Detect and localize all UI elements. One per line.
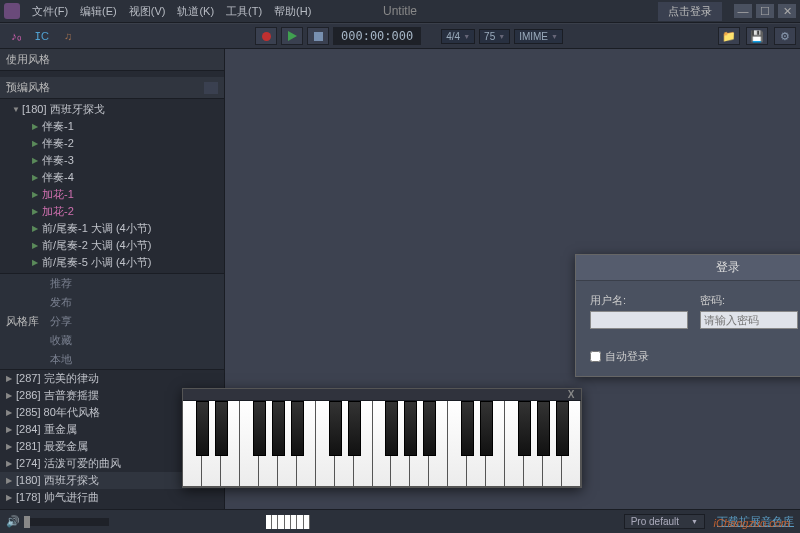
library-tabs: 风格库 推荐发布分享收藏本地 bbox=[0, 273, 224, 370]
tree-child[interactable]: ▶前/尾奏-1 大调 (4小节) bbox=[0, 220, 224, 237]
piano-keyboard[interactable] bbox=[183, 401, 581, 487]
signature-combo[interactable]: 4/4▼ bbox=[441, 29, 475, 44]
preset-combo[interactable]: Pro default▼ bbox=[624, 514, 705, 529]
preview-style-header: 预编风格 bbox=[0, 77, 224, 99]
tempo-combo[interactable]: 75▼ bbox=[479, 29, 510, 44]
style-tree: ▼[180] 西班牙探戈 ▶伴奏-1▶伴奏-2▶伴奏-3▶伴奏-4▶加花-1▶加… bbox=[0, 99, 224, 273]
auto-login-checkbox[interactable]: 自动登录 bbox=[590, 349, 649, 364]
time-display: 000:00:000 bbox=[333, 27, 421, 45]
lib-item[interactable]: ▶[287] 完美的律动 bbox=[0, 370, 224, 387]
tree-child[interactable]: ▶前/尾奏-5 小调 (4小节) bbox=[0, 254, 224, 271]
black-key[interactable] bbox=[291, 401, 304, 456]
black-key[interactable] bbox=[348, 401, 361, 456]
edit-icon[interactable] bbox=[204, 82, 218, 94]
app-logo-icon bbox=[4, 3, 20, 19]
password-label: 密码: bbox=[700, 293, 798, 308]
lib-tab[interactable]: 推荐 bbox=[45, 274, 77, 293]
tree-child[interactable]: ▶伴奏-1 bbox=[0, 118, 224, 135]
black-key[interactable] bbox=[196, 401, 209, 456]
black-key[interactable] bbox=[215, 401, 228, 456]
menu-view[interactable]: 视图(V) bbox=[123, 2, 172, 21]
ime-combo[interactable]: IMIME▼ bbox=[514, 29, 563, 44]
login-dialog: 登录 ✕ 用户名: 密码: 登录 自动登录 注册新用户 bbox=[575, 254, 800, 377]
open-folder-icon[interactable]: 📁 bbox=[718, 27, 740, 45]
lib-tab[interactable]: 本地 bbox=[45, 350, 77, 369]
tab-mixer-icon[interactable]: ♪₀ bbox=[4, 26, 28, 46]
piano-titlebar[interactable]: X bbox=[183, 389, 581, 401]
black-key[interactable] bbox=[461, 401, 474, 456]
menu-track[interactable]: 轨道(K) bbox=[171, 2, 220, 21]
tree-child[interactable]: ▶前/尾奏-2 大调 (4小节) bbox=[0, 237, 224, 254]
black-key[interactable] bbox=[385, 401, 398, 456]
watermark: iChangzuo.com bbox=[714, 517, 790, 529]
username-label: 用户名: bbox=[590, 293, 688, 308]
menu-file[interactable]: 文件(F) bbox=[26, 2, 74, 21]
black-key[interactable] bbox=[518, 401, 531, 456]
window-title: Untitle bbox=[383, 4, 417, 18]
tab-note-icon[interactable]: ♫ bbox=[56, 26, 80, 46]
toolbar: ♪₀ ⵊC ♫ 000:00:000 4/4▼ 75▼ IMIME▼ 📁 💾 ⚙ bbox=[0, 23, 800, 49]
volume-icon[interactable]: 🔊 bbox=[6, 515, 20, 528]
settings-icon[interactable]: ⚙ bbox=[774, 27, 796, 45]
black-key[interactable] bbox=[329, 401, 342, 456]
record-button[interactable] bbox=[255, 27, 277, 45]
stop-button[interactable] bbox=[307, 27, 329, 45]
black-key[interactable] bbox=[556, 401, 569, 456]
piano-close-icon[interactable]: X bbox=[564, 389, 578, 400]
tab-chord-icon[interactable]: ⵊC bbox=[30, 26, 54, 46]
save-icon[interactable]: 💾 bbox=[746, 27, 768, 45]
lib-item[interactable]: ▶[178] 帅气进行曲 bbox=[0, 489, 224, 506]
dialog-title: 登录 ✕ bbox=[576, 255, 800, 281]
maximize-icon[interactable]: ☐ bbox=[756, 4, 774, 18]
piano-window[interactable]: X bbox=[182, 388, 582, 488]
menu-tool[interactable]: 工具(T) bbox=[220, 2, 268, 21]
tree-child[interactable]: ▶加花-1 bbox=[0, 186, 224, 203]
username-input[interactable] bbox=[590, 311, 688, 329]
black-key[interactable] bbox=[537, 401, 550, 456]
password-input[interactable] bbox=[700, 311, 798, 329]
tree-child[interactable]: ▶伴奏-3 bbox=[0, 152, 224, 169]
lib-item[interactable]: ▶[176] 艺术探戈 bbox=[0, 506, 224, 509]
lib-tab[interactable]: 发布 bbox=[45, 293, 77, 312]
use-style-header: 使用风格 bbox=[0, 49, 224, 71]
tree-child[interactable]: ▶伴奏-2 bbox=[0, 135, 224, 152]
black-key[interactable] bbox=[404, 401, 417, 456]
menu-bar: 文件(F) 编辑(E) 视图(V) 轨道(K) 工具(T) 帮助(H) Unti… bbox=[0, 0, 800, 23]
minimize-icon[interactable]: — bbox=[734, 4, 752, 18]
status-bar: 🔊 Pro default▼ 下载扩展音色库 bbox=[0, 509, 800, 533]
tree-root[interactable]: ▼[180] 西班牙探戈 bbox=[0, 101, 224, 118]
tree-child[interactable]: ▶伴奏-4 bbox=[0, 169, 224, 186]
tree-child[interactable]: ▶加花-2 bbox=[0, 203, 224, 220]
volume-slider[interactable] bbox=[24, 518, 109, 526]
close-icon[interactable]: ✕ bbox=[778, 4, 796, 18]
login-button[interactable]: 点击登录 bbox=[658, 2, 722, 21]
lib-tab[interactable]: 收藏 bbox=[45, 331, 77, 350]
play-button[interactable] bbox=[281, 27, 303, 45]
lib-tab[interactable]: 分享 bbox=[45, 312, 77, 331]
black-key[interactable] bbox=[423, 401, 436, 456]
mini-keyboard-icon[interactable] bbox=[266, 515, 310, 529]
black-key[interactable] bbox=[272, 401, 285, 456]
menu-help[interactable]: 帮助(H) bbox=[268, 2, 317, 21]
library-label: 风格库 bbox=[0, 312, 45, 331]
black-key[interactable] bbox=[253, 401, 266, 456]
black-key[interactable] bbox=[480, 401, 493, 456]
menu-edit[interactable]: 编辑(E) bbox=[74, 2, 123, 21]
